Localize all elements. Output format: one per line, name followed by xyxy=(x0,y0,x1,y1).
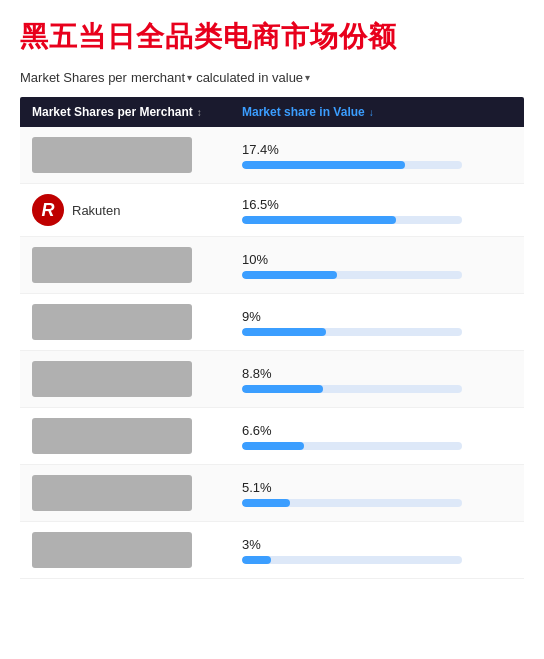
value-pct: 10% xyxy=(242,252,512,267)
value-pct: 6.6% xyxy=(242,423,512,438)
bar-fill xyxy=(242,161,405,169)
bar-track xyxy=(242,442,462,450)
merchant-name: Rakuten xyxy=(72,203,120,218)
bar-track xyxy=(242,499,462,507)
bar-track xyxy=(242,216,462,224)
table-row: 9% xyxy=(20,294,524,351)
col1-header: Market Shares per Merchant ↕ xyxy=(32,105,242,119)
value-cell: 8.8% xyxy=(242,366,512,393)
value-dropdown[interactable]: calculated in value ▾ xyxy=(196,70,310,85)
value-chevron-icon: ▾ xyxy=(305,72,310,83)
bar-fill xyxy=(242,556,271,564)
merchant-logo-placeholder xyxy=(32,137,192,173)
value-pct: 16.5% xyxy=(242,197,512,212)
merchant-logo-placeholder xyxy=(32,475,192,511)
merchant-cell xyxy=(32,532,242,568)
merchant-logo-placeholder xyxy=(32,532,192,568)
value-cell: 17.4% xyxy=(242,142,512,169)
filter-row: Market Shares per merchant ▾ calculated … xyxy=(20,70,524,85)
value-cell: 3% xyxy=(242,537,512,564)
table-row: 6.6% xyxy=(20,408,524,465)
value-pct: 17.4% xyxy=(242,142,512,157)
col2-header: Market share in Value ↓ xyxy=(242,105,512,119)
merchant-cell xyxy=(32,418,242,454)
rakuten-logo: R Rakuten xyxy=(32,194,120,226)
data-table: Market Shares per Merchant ↕ Market shar… xyxy=(20,97,524,579)
merchant-cell xyxy=(32,247,242,283)
main-title: 黑五当日全品类电商市场份额 xyxy=(20,18,524,56)
table-row: 3% xyxy=(20,522,524,579)
merchant-logo-placeholder xyxy=(32,247,192,283)
merchant-cell xyxy=(32,475,242,511)
bar-track xyxy=(242,271,462,279)
col1-sort-icon[interactable]: ↕ xyxy=(197,107,202,118)
bar-track xyxy=(242,161,462,169)
value-cell: 9% xyxy=(242,309,512,336)
table-row: 5.1% xyxy=(20,465,524,522)
bar-track xyxy=(242,385,462,393)
bar-track xyxy=(242,328,462,336)
table-row: 10% xyxy=(20,237,524,294)
filter-prefix: Market Shares per xyxy=(20,70,127,85)
value-cell: 16.5% xyxy=(242,197,512,224)
merchant-cell xyxy=(32,137,242,173)
table-row: R Rakuten 16.5% xyxy=(20,184,524,237)
value-pct: 5.1% xyxy=(242,480,512,495)
value-pct: 8.8% xyxy=(242,366,512,381)
merchant-cell xyxy=(32,304,242,340)
merchant-chevron-icon: ▾ xyxy=(187,72,192,83)
value-cell: 6.6% xyxy=(242,423,512,450)
value-cell: 10% xyxy=(242,252,512,279)
bar-fill xyxy=(242,499,290,507)
bar-fill xyxy=(242,385,323,393)
merchant-logo-placeholder xyxy=(32,304,192,340)
value-dropdown-label: calculated in value xyxy=(196,70,303,85)
merchant-logo-placeholder xyxy=(32,418,192,454)
merchant-cell xyxy=(32,361,242,397)
merchant-dropdown[interactable]: merchant ▾ xyxy=(131,70,192,85)
rakuten-icon: R xyxy=(32,194,64,226)
value-pct: 9% xyxy=(242,309,512,324)
table-body: 17.4% R Rakuten 16.5% xyxy=(20,127,524,579)
bar-track xyxy=(242,556,462,564)
bar-fill xyxy=(242,442,304,450)
table-row: 17.4% xyxy=(20,127,524,184)
merchant-logo-placeholder xyxy=(32,361,192,397)
value-cell: 5.1% xyxy=(242,480,512,507)
page-container: 黑五当日全品类电商市场份额 Market Shares per merchant… xyxy=(0,0,544,599)
bar-fill xyxy=(242,271,337,279)
table-header: Market Shares per Merchant ↕ Market shar… xyxy=(20,97,524,127)
merchant-dropdown-label: merchant xyxy=(131,70,185,85)
bar-fill xyxy=(242,216,396,224)
value-pct: 3% xyxy=(242,537,512,552)
merchant-cell: R Rakuten xyxy=(32,194,242,226)
bar-fill xyxy=(242,328,326,336)
col2-sort-icon[interactable]: ↓ xyxy=(369,107,374,118)
table-row: 8.8% xyxy=(20,351,524,408)
